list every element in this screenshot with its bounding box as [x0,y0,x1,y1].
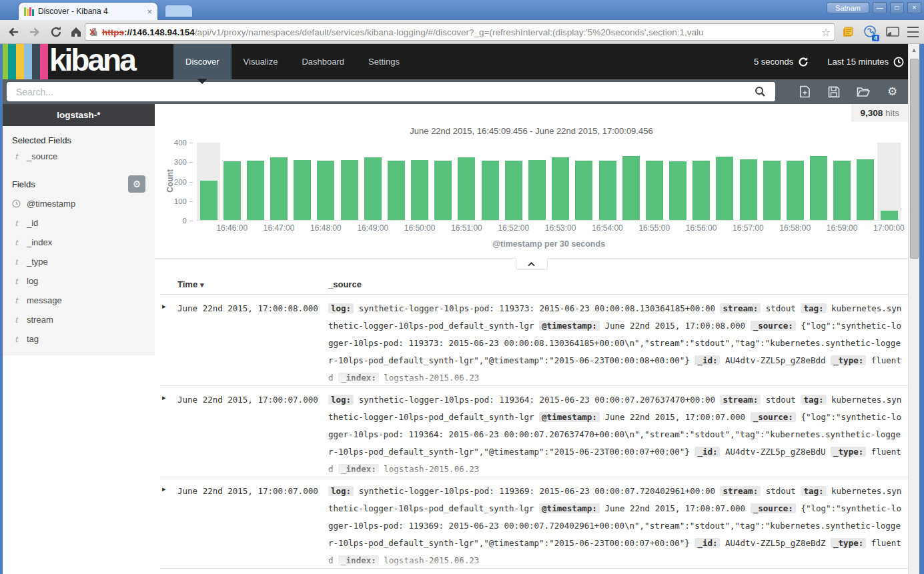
browser-profile-button[interactable]: Satnam [827,2,869,13]
histogram-bar[interactable] [575,161,592,220]
histogram-bar[interactable] [833,161,851,220]
histogram-bar[interactable] [388,161,405,220]
field-name: tag [27,334,39,344]
browser-menu-icon[interactable] [905,25,921,39]
histogram-bar[interactable] [317,161,334,220]
histogram-bar[interactable] [669,161,686,220]
field-key-badge: _type: [831,447,866,457]
time-range-control[interactable]: Last 15 minutes [827,57,904,67]
search-submit-button[interactable] [745,82,775,101]
save-search-icon[interactable] [828,86,840,98]
scrollbar-up-arrow[interactable]: ▲ [909,44,919,53]
field-item-message[interactable]: tmessage [3,291,155,310]
kibana-logo-stripes-icon [0,44,48,79]
histogram-bar[interactable] [646,161,663,220]
histogram-bucket [783,143,807,220]
row-time: June 22nd 2015, 17:00:07.000 [177,483,328,569]
field-item-_source[interactable]: t_source [3,147,155,166]
histogram-bucket [432,143,455,220]
histogram-bar[interactable] [881,211,898,221]
time-range-label: Last 15 minutes [827,57,889,67]
bookmark-star-icon[interactable]: ☆ [821,26,831,39]
field-item-_id[interactable]: t_id [3,213,155,233]
field-key-badge: _source: [751,321,796,331]
nav-tab-discover[interactable]: Discover [173,44,232,79]
field-item-log[interactable]: tlog [3,271,155,291]
field-key-badge: _type: [831,355,866,365]
histogram-bucket [619,143,642,220]
field-item-stream[interactable]: tstream [3,310,155,329]
histogram-bar[interactable] [528,160,546,220]
histogram-bar[interactable] [434,161,452,220]
refresh-interval-control[interactable]: 5 seconds [754,57,809,67]
index-pattern-selector[interactable]: logstash-* [3,104,155,126]
hits-number: 9,308 [860,108,883,118]
histogram-bar[interactable] [200,181,217,220]
histogram-bar[interactable] [787,161,804,220]
expand-row-caret-icon[interactable]: ▸ [160,483,177,569]
nav-tab-settings[interactable]: Settings [356,44,412,79]
histogram-bar[interactable] [599,161,616,220]
table-row: ▸June 22nd 2015, 17:00:08.000log: synthe… [160,295,908,386]
field-settings-gear-button[interactable]: ⚙ [128,175,145,193]
notes-extension-icon[interactable] [840,25,856,39]
new-search-icon[interactable] [799,85,811,98]
expand-row-caret-icon[interactable]: ▸ [160,300,177,386]
histogram-bar[interactable] [223,161,241,220]
histogram-bar[interactable] [411,160,428,220]
histogram-bar[interactable] [763,161,781,220]
reload-button[interactable] [48,24,64,40]
y-axis-tick-label: 0 [183,217,193,225]
histogram-bucket [314,143,338,220]
open-search-icon[interactable] [857,86,870,97]
time-column-header[interactable]: Time▾ [177,279,328,289]
scrollbar-thumb[interactable] [910,59,919,259]
field-item-_type[interactable]: t_type [3,252,155,271]
url-bar[interactable]: https://146.148.94.154/api/v1/proxy/name… [85,23,835,41]
browser-tab[interactable]: Discover - Kibana 4 × [19,3,157,20]
histogram-bar[interactable] [810,156,827,220]
y-axis-tick-label: 100 [174,197,193,205]
histogram-bar[interactable] [341,160,358,220]
histogram-bar[interactable] [716,157,733,220]
field-item-@timestamp[interactable]: @timestamp [3,194,155,213]
nav-tab-visualize[interactable]: Visualize [232,44,290,79]
x-axis-tick-label: 16:49:00 [357,223,388,233]
histogram-bar[interactable] [622,156,640,220]
field-item-tag[interactable]: ttag [3,329,155,349]
forward-button[interactable] [27,24,43,40]
histogram-bar[interactable] [552,157,569,220]
cast-extension-icon[interactable] [885,25,901,39]
back-button[interactable] [5,24,21,40]
window-minimize-button[interactable]: — [873,2,887,13]
histogram-bar[interactable] [247,161,264,220]
fields-heading: Fields [12,179,35,189]
histogram-bucket [572,143,596,220]
tab-title: Discover - Kibana 4 [38,7,143,16]
histogram-bar[interactable] [294,160,311,220]
window-maximize-button[interactable]: □ [890,2,904,13]
histogram-bar[interactable] [458,157,475,220]
field-type-t-icon: t [12,152,21,161]
histogram-bar[interactable] [364,157,382,220]
search-input[interactable] [7,87,745,97]
histogram-bar[interactable] [270,157,288,220]
new-tab-button[interactable] [165,5,192,17]
settings-gear-icon[interactable]: ⚙ [887,86,897,97]
collapse-chart-button[interactable] [516,258,548,270]
histogram-bar[interactable] [692,161,710,220]
tab-close-icon[interactable]: × [147,7,152,17]
document-table: Time▾ _source ▸June 22nd 2015, 17:00:08.… [160,279,908,569]
phone-extension-icon[interactable]: 4 [862,25,878,39]
home-button[interactable] [68,24,84,40]
window-close-button[interactable]: × [907,2,921,13]
histogram-bar[interactable] [482,161,499,220]
field-item-_index[interactable]: t_index [3,233,155,252]
histogram-bar[interactable] [740,159,757,220]
histogram-bar[interactable] [857,159,874,220]
expand-row-caret-icon[interactable]: ▸ [160,391,177,477]
page-scrollbar[interactable]: ▲ [908,44,919,574]
histogram-bar[interactable] [505,161,522,220]
histogram-bucket [713,143,737,220]
nav-tab-dashboard[interactable]: Dashboard [290,44,356,79]
